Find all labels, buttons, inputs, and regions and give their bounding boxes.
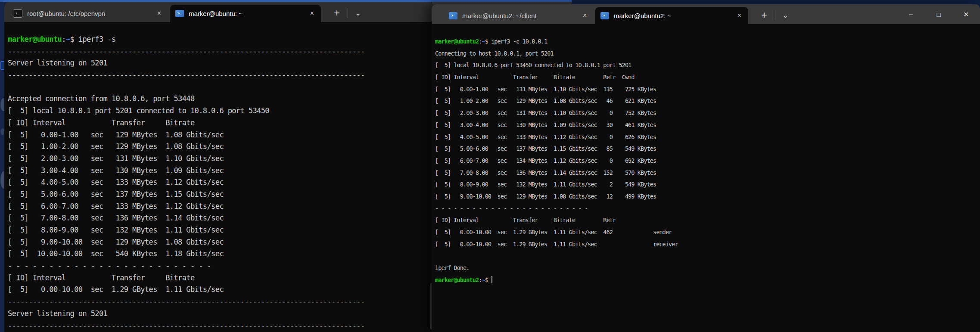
terminal-line: ----------------------------------------… xyxy=(8,296,429,308)
terminal-line: [ 5] 0.00-10.00 sec 1.29 GBytes 1.11 Gbi… xyxy=(435,239,976,251)
terminal-line: [ 5] 9.00-10.00 sec 129 MBytes 1.08 Gbit… xyxy=(8,236,429,248)
new-tab-button[interactable]: + xyxy=(757,9,772,21)
tab-bar: ›_root@ubuntu: /etc/openvpn×>_marker@ubu… xyxy=(4,2,433,22)
terminal-line: [ 5] 5.00-6.00 sec 137 MBytes 1.15 Gbits… xyxy=(8,189,429,201)
terminal-line xyxy=(435,250,976,262)
terminal-line: [ 5] 9.00-10.00 sec 129 MBytes 1.08 Gbit… xyxy=(435,191,976,203)
terminal-line: [ 5] 8.00-9.00 sec 132 MBytes 1.11 Gbits… xyxy=(435,179,976,191)
terminal-line xyxy=(8,81,429,93)
tab-title: marker@ubuntu2: ~ xyxy=(614,12,734,19)
tab-strip: >_marker@ubuntu2: ~/client×>_marker@ubun… xyxy=(432,7,748,24)
terminal-output-client[interactable]: marker@ubuntu2:~$ iperf3 -c 10.8.0.1Conn… xyxy=(435,36,976,332)
tab-marker-ubuntu2-client[interactable]: >_marker@ubuntu2: ~/client× xyxy=(444,7,594,24)
terminal-line: ----------------------------------------… xyxy=(8,69,429,81)
tabbar-divider xyxy=(775,10,775,20)
tab-title: marker@ubuntu: ~ xyxy=(189,10,307,17)
maximize-button[interactable]: □ xyxy=(925,4,952,24)
text-cursor xyxy=(492,276,492,283)
terminal-line: marker@ubuntu:~$ iperf3 -s xyxy=(8,34,429,46)
terminal-line: [ 5] 0.00-1.00 sec 131 MBytes 1.10 Gbits… xyxy=(435,84,976,96)
powershell-icon: >_ xyxy=(449,12,457,19)
terminal-line: [ 5] 1.00-2.00 sec 129 MBytes 1.08 Gbits… xyxy=(435,95,976,107)
tab-title: root@ubuntu: /etc/openvpn xyxy=(27,10,154,17)
terminal-line: Connecting to host 10.8.0.1, port 5201 xyxy=(435,48,976,60)
terminal-line: [ 5] 0.00-10.00 sec 1.29 GBytes 1.11 Gbi… xyxy=(435,227,976,239)
terminal-line: [ 5] 3.00-4.00 sec 130 MBytes 1.09 Gbits… xyxy=(435,119,976,131)
terminal-line: [ 5] 4.00-5.00 sec 133 MBytes 1.12 Gbits… xyxy=(435,131,976,143)
terminal-icon: ›_ xyxy=(13,9,22,18)
terminal-line: [ 5] 6.00-7.00 sec 133 MBytes 1.12 Gbits… xyxy=(8,201,429,213)
terminal-line: [ 5] 6.00-7.00 sec 134 MBytes 1.12 Gbits… xyxy=(435,155,976,167)
tab-dropdown-chevron-icon[interactable]: ⌄ xyxy=(779,10,792,20)
terminal-line: [ 5] 2.00-3.00 sec 131 MBytes 1.10 Gbits… xyxy=(8,153,429,165)
background-sidebar-strip xyxy=(0,0,4,332)
tab-marker-ubuntu2-[interactable]: >_marker@ubuntu2: ~× xyxy=(595,7,748,24)
terminal-window-server: ›_root@ubuntu: /etc/openvpn×>_marker@ubu… xyxy=(4,2,433,332)
tab-marker-ubuntu-[interactable]: >_marker@ubuntu: ~× xyxy=(170,5,321,22)
powershell-icon: >_ xyxy=(600,12,609,19)
terminal-line: [ ID] Interval Transfer Bitrate Retr Cwn… xyxy=(435,71,976,84)
close-button[interactable]: × xyxy=(952,4,980,24)
terminal-line: ----------------------------------------… xyxy=(8,46,429,58)
terminal-output-server[interactable]: marker@ubuntu:~$ iperf3 -s--------------… xyxy=(8,34,429,332)
terminal-line: marker@ubuntu2:~$ iperf3 -c 10.8.0.1 xyxy=(435,36,976,48)
terminal-line: [ 5] local 10.8.0.1 port 5201 connected … xyxy=(8,105,429,117)
terminal-line: [ ID] Interval Transfer Bitrate Retr xyxy=(435,214,976,227)
tab-strip: ›_root@ubuntu: /etc/openvpn×>_marker@ubu… xyxy=(4,5,321,22)
terminal-line: Server listening on 5201 xyxy=(8,308,429,320)
terminal-line: [ ID] Interval Transfer Bitrate xyxy=(8,272,429,284)
tab-dropdown-chevron-icon[interactable]: ⌄ xyxy=(352,8,364,18)
terminal-line: [ 5] 7.00-8.00 sec 136 MBytes 1.14 Gbits… xyxy=(435,167,976,179)
terminal-line: [ 5] 2.00-3.00 sec 131 MBytes 1.10 Gbits… xyxy=(435,107,976,119)
terminal-line: [ 5] 1.00-2.00 sec 129 MBytes 1.08 Gbits… xyxy=(8,141,429,153)
terminal-line: [ 5] 3.00-4.00 sec 130 MBytes 1.09 Gbits… xyxy=(8,165,429,177)
tab-title: marker@ubuntu2: ~/client xyxy=(462,12,579,19)
terminal-line: marker@ubuntu2:~$ xyxy=(435,274,976,286)
terminal-line: [ 5] 0.00-1.00 sec 129 MBytes 1.08 Gbits… xyxy=(8,129,429,141)
background-window-accent-line xyxy=(0,0,572,2)
tab-close-icon[interactable]: × xyxy=(579,11,590,20)
terminal-line: - - - - - - - - - - - - - - - - - - - - … xyxy=(8,260,429,272)
terminal-line: [ 5] 4.00-5.00 sec 133 MBytes 1.12 Gbits… xyxy=(8,177,429,189)
terminal-line: [ 5] 0.00-10.00 sec 1.29 GBytes 1.11 Gbi… xyxy=(8,284,429,296)
powershell-icon: >_ xyxy=(175,10,184,17)
terminal-line: [ 5] 8.00-9.00 sec 132 MBytes 1.11 Gbits… xyxy=(8,224,429,236)
tab-close-icon[interactable]: × xyxy=(734,11,745,20)
terminal-line: - - - - - - - - - - - - - - - - - - - - … xyxy=(435,203,976,215)
window-controls: ─ □ × xyxy=(897,4,980,24)
tab-close-icon[interactable]: × xyxy=(307,9,317,18)
terminal-line: Accepted connection from 10.8.0.6, port … xyxy=(8,93,429,105)
terminal-line: [ 5] 5.00-6.00 sec 137 MBytes 1.15 Gbits… xyxy=(435,143,976,155)
terminal-line: Server listening on 5201 xyxy=(8,57,429,69)
tab-close-icon[interactable]: × xyxy=(154,9,165,18)
terminal-line: ----------------------------------------… xyxy=(8,320,429,332)
terminal-line: [ 5] 7.00-8.00 sec 136 MBytes 1.14 Gbits… xyxy=(8,212,429,224)
terminal-line: [ 5] local 10.8.0.6 port 53450 connected… xyxy=(435,59,976,71)
terminal-line: [ 5] 10.00-10.00 sec 540 KBytes 1.18 Gbi… xyxy=(8,248,429,260)
terminal-line: [ ID] Interval Transfer Bitrate xyxy=(8,117,429,129)
new-tab-button[interactable]: + xyxy=(330,7,344,19)
tabbar-divider xyxy=(348,8,348,18)
tab-root-ubuntu-etc-openvpn[interactable]: ›_root@ubuntu: /etc/openvpn× xyxy=(8,5,168,22)
minimize-button[interactable]: ─ xyxy=(897,4,925,24)
terminal-window-client: >_marker@ubuntu2: ~/client×>_marker@ubun… xyxy=(432,4,980,332)
terminal-line: iperf Done. xyxy=(435,262,976,274)
